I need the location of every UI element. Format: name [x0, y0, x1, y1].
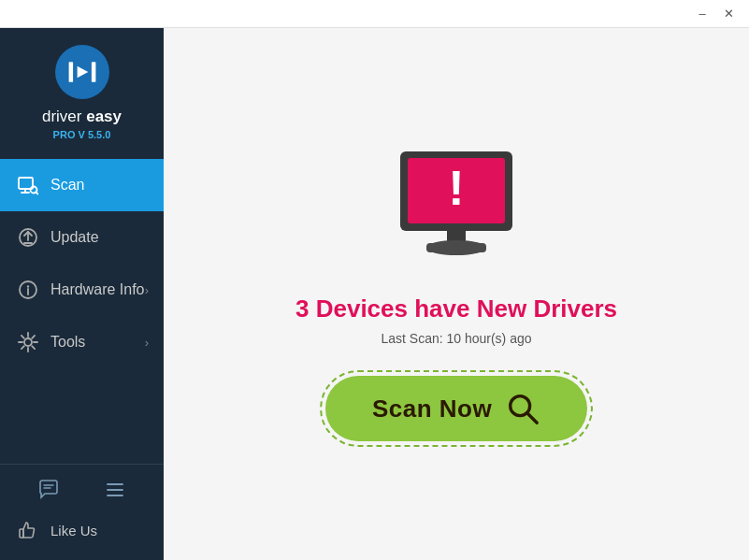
svg-rect-33 [426, 243, 486, 252]
logo-title: driver easy [42, 107, 122, 127]
thumbs-up-icon [15, 517, 41, 543]
chat-icon[interactable] [38, 480, 59, 500]
scan-now-label: Scan Now [372, 395, 492, 424]
svg-rect-27 [20, 529, 23, 538]
sidebar-logo: driver easy PRO V 5.5.0 [0, 28, 164, 151]
sidebar-footer: Like Us [0, 464, 164, 560]
like-us-item[interactable]: Like Us [0, 510, 164, 551]
app-body: driver easy PRO V 5.5.0 Scan [0, 28, 749, 560]
hardware-info-arrow-icon: › [145, 283, 149, 297]
sidebar-item-hardware-info-label: Hardware Info [50, 281, 145, 298]
update-icon [15, 224, 41, 251]
sidebar-nav: Scan Update [0, 159, 164, 464]
monitor-svg: ! [382, 147, 531, 268]
svg-line-20 [32, 336, 35, 338]
sidebar-item-scan[interactable]: Scan [0, 159, 164, 211]
svg-line-21 [22, 346, 24, 349]
minimize-button[interactable]: – [689, 5, 715, 23]
main-content: ! 3 Devices have New Drivers Last Scan: … [164, 28, 749, 560]
logo-svg [65, 55, 99, 89]
svg-line-35 [527, 413, 537, 423]
sidebar-item-scan-label: Scan [50, 177, 149, 194]
hardware-info-icon [15, 277, 41, 303]
svg-point-13 [24, 338, 32, 346]
tools-icon [15, 329, 41, 355]
like-us-label: Like Us [50, 523, 97, 538]
sidebar: driver easy PRO V 5.5.0 Scan [0, 28, 164, 560]
scan-now-button[interactable]: Scan Now [325, 376, 587, 441]
svg-line-7 [36, 193, 38, 194]
svg-line-18 [22, 336, 24, 338]
svg-line-19 [32, 346, 35, 349]
status-title: 3 Devices have New Drivers [295, 294, 617, 323]
svg-rect-0 [68, 62, 73, 82]
list-icon[interactable] [105, 480, 125, 500]
logo-icon [55, 45, 109, 99]
sidebar-item-tools[interactable]: Tools › [0, 316, 164, 368]
sidebar-item-update[interactable]: Update [0, 211, 164, 264]
sidebar-item-tools-label: Tools [50, 334, 145, 351]
monitor-illustration: ! [382, 147, 531, 272]
svg-marker-2 [77, 66, 88, 79]
svg-text:!: ! [448, 161, 464, 215]
sidebar-item-hardware-info[interactable]: Hardware Info › [0, 264, 164, 316]
scan-icon [15, 172, 41, 198]
footer-icons [0, 474, 164, 506]
sidebar-item-update-label: Update [50, 229, 149, 246]
logo-version: PRO V 5.5.0 [53, 129, 111, 140]
svg-point-11 [27, 285, 29, 287]
close-button[interactable]: ✕ [715, 5, 742, 23]
tools-arrow-icon: › [145, 336, 149, 350]
svg-rect-1 [91, 62, 95, 82]
title-bar: – ✕ [0, 0, 749, 28]
scan-now-search-icon [505, 391, 540, 426]
last-scan-label: Last Scan: 10 hour(s) ago [381, 331, 531, 346]
